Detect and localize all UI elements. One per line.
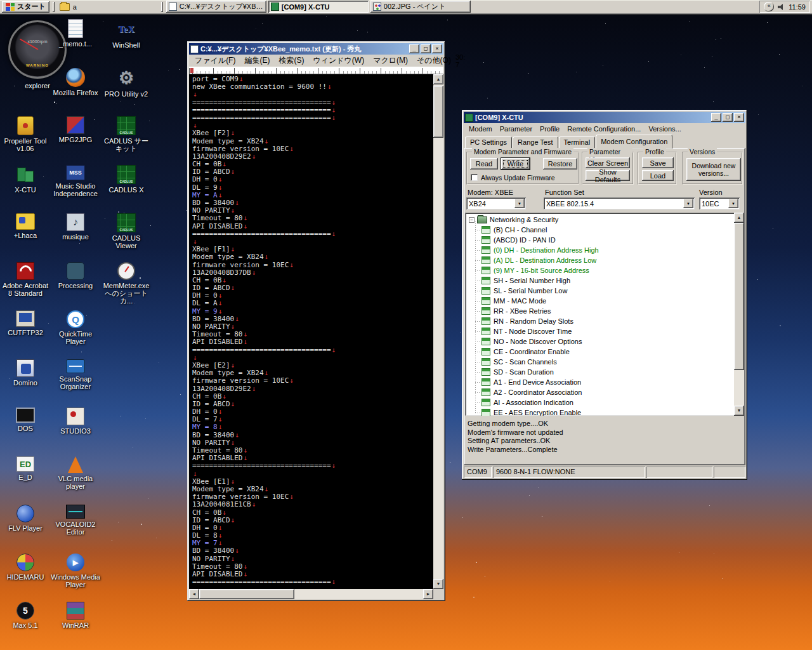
editor-vertical-scrollbar[interactable]: ▲ ▼ — [433, 74, 443, 589]
scroll-right-icon[interactable]: ► — [423, 589, 433, 599]
desktop-icon-lhaca[interactable]: +Lhaca — [1, 213, 50, 239]
editor-menu-item[interactable]: ウィンドウ(W) — [308, 55, 369, 67]
minimize-button[interactable]: _ — [409, 44, 419, 53]
desktop-icon-memo-txt[interactable]: _memo.t... — [51, 19, 100, 48]
desktop-icon-pro-utility[interactable]: ⚙PRO Utility v2 — [102, 68, 151, 98]
function-set-combo[interactable]: XBEE 802.15.4 ▼ — [544, 197, 695, 209]
xctu-menu-item[interactable]: Parameter — [496, 124, 536, 133]
desktop-icon-winshell[interactable]: TeXWinShell — [102, 19, 151, 49]
scroll-down-icon[interactable]: ▼ — [734, 406, 744, 416]
tree-item[interactable]: (ABCD) ID - PAN ID — [465, 235, 744, 245]
desktop-icon-cadlus-viewer[interactable]: CADLUSCADLUS Viewer — [102, 213, 151, 249]
dropdown-icon[interactable]: ▼ — [728, 199, 738, 208]
desktop-icon-e-d[interactable]: EDE_D — [1, 456, 50, 481]
desktop-icon-musique[interactable]: ♪musique — [51, 213, 100, 241]
editor-titlebar[interactable]: C:¥...¥デスクトップ¥XBee_memo.txt (更新) - 秀丸 _□… — [189, 43, 443, 55]
desktop-icon-max-51[interactable]: 5Max 5.1 — [1, 602, 50, 629]
desktop-icon-x-ctu[interactable]: X-CTU — [1, 165, 50, 194]
tree-item[interactable]: NT - Node Discover Time — [465, 326, 744, 336]
tree-item[interactable]: A1 - End Device Association — [465, 377, 744, 387]
desktop-icon-cadlus-x[interactable]: CADLUSCADLUS X — [102, 165, 151, 194]
desktop-icon-mpg2jpg[interactable]: MPG2JPG — [51, 116, 100, 143]
xctu-menu-item[interactable]: Modem — [465, 124, 496, 133]
editor-text-area[interactable]: port = COM9↓new XBee communication = 960… — [189, 74, 433, 589]
editor-menu-item[interactable]: マクロ(M) — [369, 55, 412, 67]
editor-hscroll-thumb[interactable] — [199, 589, 294, 599]
scroll-down-icon[interactable]: ▼ — [433, 579, 443, 589]
editor-menu-item[interactable]: ファイル(F) — [190, 55, 240, 67]
tree-item[interactable]: SD - Scan Duration — [465, 367, 744, 377]
tab-terminal[interactable]: Terminal — [559, 136, 596, 148]
editor-menu-item[interactable]: 検索(S) — [274, 55, 308, 67]
tree-item[interactable]: AI - Association Indication — [465, 397, 744, 408]
scroll-up-icon[interactable]: ▲ — [433, 74, 443, 84]
editor-horizontal-scrollbar[interactable]: ◄ ► — [189, 589, 443, 599]
xctu-titlebar[interactable]: [COM9] X-CTU _□× — [464, 112, 745, 123]
version-combo[interactable]: 10EC ▼ — [699, 197, 740, 209]
tree-item[interactable]: (0) DH - Destination Address High — [465, 245, 744, 255]
toolbar-grip[interactable] — [161, 2, 163, 12]
desktop-icon-domino[interactable]: Domino — [1, 359, 50, 387]
tree-item[interactable]: SH - Serial Number High — [465, 275, 744, 286]
desktop-icon-cutftp32[interactable]: CUTFTP32 — [1, 310, 50, 336]
close-button[interactable]: × — [734, 113, 744, 122]
dropdown-icon[interactable]: ▼ — [683, 199, 693, 208]
maximize-button[interactable]: □ — [421, 44, 431, 53]
desktop-icon-dos[interactable]: DOS — [1, 408, 50, 432]
load-button[interactable]: Load — [642, 170, 674, 181]
tab-range-test[interactable]: Range Test — [513, 136, 558, 148]
editor-menu-item[interactable]: 編集(E) — [240, 55, 274, 67]
desktop-icon-flv-player[interactable]: FLV Player — [1, 505, 50, 532]
save-button[interactable]: Save — [642, 157, 674, 168]
desktop-icon-vlc[interactable]: VLC media player — [51, 456, 100, 490]
show-defaults-button[interactable]: Show Defaults — [586, 170, 630, 181]
always-update-firmware-checkbox[interactable] — [471, 174, 478, 181]
restore-button[interactable]: Restore — [543, 158, 577, 169]
maximize-button[interactable]: □ — [723, 113, 733, 122]
tree-item[interactable]: (A) DL - Destination Address Low — [465, 255, 744, 265]
close-button[interactable]: × — [432, 44, 442, 53]
desktop-icon-studio3[interactable]: STUDIO3 — [51, 408, 100, 435]
desktop-icon-cadlus-circuit[interactable]: CADLUSCADLUS サーキット — [102, 116, 151, 152]
tree-item[interactable]: (B) CH - Channel — [465, 225, 744, 235]
clear-screen-button[interactable]: Clear Screen — [586, 157, 630, 168]
desktop-icon-quicktime[interactable]: QQuickTime Player — [51, 310, 100, 345]
tree-item[interactable]: CE - Coordinator Enable — [465, 347, 744, 357]
tree-item[interactable]: SL - Serial Number Low — [465, 286, 744, 296]
chevron-collapse-icon[interactable]: « — [764, 2, 774, 11]
speaker-icon[interactable] — [778, 4, 785, 10]
modem-combo[interactable]: XB24 ▼ — [466, 197, 526, 209]
desktop-icon-hidemaru[interactable]: HIDEMARU — [1, 554, 50, 581]
scroll-up-icon[interactable]: ▲ — [734, 213, 744, 223]
editor-menu-item[interactable]: その他(O) — [412, 55, 455, 67]
read-button[interactable]: Read — [470, 158, 498, 169]
tree-item[interactable]: EE - AES Encryption Enable — [465, 408, 744, 416]
tree-vscroll-thumb[interactable] — [734, 223, 744, 370]
desktop-icon-adobe-acrobat[interactable]: Adobe Acrobat 8 Standard — [1, 262, 50, 297]
tree-item[interactable]: RN - Random Delay Slots — [465, 316, 744, 326]
desktop-icon-vocaloid2[interactable]: VOCALOID2 Editor — [51, 505, 100, 536]
minimize-button[interactable]: _ — [711, 113, 721, 122]
desktop-icon-music-studio[interactable]: MSSMusic Studio Independence — [51, 165, 100, 197]
collapse-icon[interactable]: − — [469, 217, 475, 223]
desktop-icon-scansnap[interactable]: ScanSnap Organizer — [51, 359, 100, 390]
taskbar-button-xctu[interactable]: [COM9] X-CTU — [268, 1, 369, 13]
desktop-icon-processing[interactable]: Processing — [51, 262, 100, 289]
dropdown-icon[interactable]: ▼ — [514, 199, 525, 208]
tree-item[interactable]: NO - Node Discover Options — [465, 336, 744, 347]
quick-launch-toolbar[interactable]: a — [58, 3, 158, 11]
desktop-icon-propeller-tool[interactable]: Propeller Tool v1.06 — [1, 116, 50, 152]
tree-vertical-scrollbar[interactable]: ▲ ▼ — [734, 213, 744, 416]
desktop-icon-mozilla-firefox[interactable]: Mozilla Firefox — [51, 68, 100, 96]
tree-item[interactable]: MM - MAC Mode — [465, 296, 744, 306]
xctu-menu-item[interactable]: Remote Configuration... — [563, 124, 645, 133]
tree-item[interactable]: RR - XBee Retries — [465, 306, 744, 316]
xctu-menu-item[interactable]: Profile — [536, 124, 563, 133]
desktop-icon-winrar[interactable]: WinRAR — [51, 602, 100, 629]
start-button[interactable]: スタート — [2, 1, 49, 13]
tree-root-networking-security[interactable]: − Networking & Security — [465, 215, 744, 225]
tree-item[interactable]: (9) MY - 16-bit Source Address — [465, 265, 744, 275]
xctu-menu-item[interactable]: Versions... — [645, 124, 684, 133]
taskbar-button-paint[interactable]: 002.JPG - ペイント — [370, 1, 471, 13]
editor-vscroll-thumb[interactable] — [433, 86, 443, 138]
